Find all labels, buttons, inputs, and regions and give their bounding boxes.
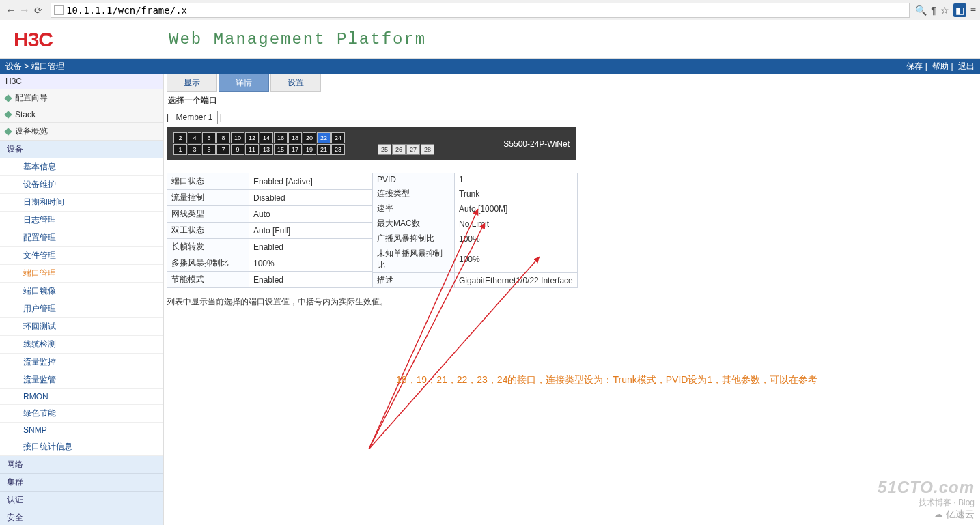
port-18[interactable]: 18 (288, 132, 302, 143)
properties: 端口状态Enabled [Active]流量控制Disabled网线类型Auto… (167, 173, 977, 288)
prop-key: 未知单播风暴抑制比 (373, 246, 455, 273)
port-5[interactable]: 5 (202, 144, 216, 155)
browser-actions: 🔍 ¶ ☆ ◧ ≡ (915, 3, 976, 17)
port-8[interactable]: 8 (216, 132, 230, 143)
sidebar-item[interactable]: 日志管理 (0, 212, 163, 229)
sidebar-item[interactable]: RMON (0, 389, 163, 405)
menu-icon[interactable]: ≡ (970, 5, 976, 16)
prop-value: 1 (455, 173, 578, 186)
prop-key: 广播风暴抑制比 (373, 231, 455, 246)
sidebar-item[interactable]: 日期和时间 (0, 194, 163, 212)
tab-settings[interactable]: 设置 (270, 74, 321, 92)
port-7[interactable]: 7 (216, 144, 230, 155)
prop-value: Trunk (455, 186, 578, 201)
forward-button[interactable]: → (18, 3, 31, 17)
prop-value: GigabitEthernet1/0/22 Interface (455, 273, 578, 288)
sidebar-cat[interactable]: 集群 (0, 474, 163, 492)
sidebar-item[interactable]: 流量监管 (0, 371, 163, 389)
prop-key: 网线类型 (167, 206, 249, 223)
sidebar-root[interactable]: H3C (0, 74, 163, 89)
port-22[interactable]: 22 (317, 132, 331, 143)
help-link[interactable]: 帮助 (932, 61, 949, 71)
port-11[interactable]: 11 (245, 144, 259, 155)
device-model: S5500-24P-WiNet (503, 139, 570, 149)
sidebar-item[interactable]: 设备维护 (0, 176, 163, 194)
sidebar-section[interactable]: 配置向导 (0, 89, 163, 107)
logo: H3C (14, 28, 53, 51)
port-23[interactable]: 23 (331, 144, 345, 155)
exit-link[interactable]: 退出 (958, 61, 975, 71)
port-17[interactable]: 17 (288, 144, 302, 155)
sidebar-item[interactable]: 绿色节能 (0, 405, 163, 423)
url-input[interactable] (66, 5, 906, 16)
prop-value: Enabled [Active] (249, 173, 372, 190)
sidebar-item[interactable]: 用户管理 (0, 300, 163, 318)
prop-value: Auto (249, 206, 372, 223)
port-9[interactable]: 9 (231, 144, 244, 155)
favorite-icon[interactable]: ☆ (940, 5, 949, 16)
sidebar-cat[interactable]: 认证 (0, 492, 163, 509)
port-14[interactable]: 14 (260, 132, 273, 143)
port-4[interactable]: 4 (188, 132, 201, 143)
prop-value: 100% (455, 231, 578, 246)
tabs: 显示 详情 设置 (167, 74, 977, 92)
port-16[interactable]: 16 (274, 132, 288, 143)
port-15[interactable]: 15 (274, 144, 288, 155)
sidebar-section[interactable]: Stack (0, 107, 163, 123)
port-26[interactable]: 26 (392, 144, 406, 155)
url-bar[interactable] (51, 3, 910, 18)
prop-key: 节能模式 (167, 272, 249, 288)
back-button[interactable]: ← (4, 3, 18, 17)
zoom-icon[interactable]: 🔍 (915, 5, 927, 16)
prop-key: 长帧转发 (167, 239, 249, 255)
extension-icon[interactable]: ◧ (953, 3, 966, 17)
sidebar-cat-device[interactable]: 设备 (0, 141, 163, 158)
key-icon[interactable]: ¶ (931, 5, 936, 16)
sidebar-item[interactable]: 线缆检测 (0, 336, 163, 354)
prop-key: 速率 (373, 201, 455, 216)
prop-key: 连接类型 (373, 186, 455, 201)
prop-value: Disabled (249, 190, 372, 206)
sidebar-cat[interactable]: 安全 (0, 509, 163, 525)
port-20[interactable]: 20 (303, 132, 316, 143)
tab-detail[interactable]: 详情 (219, 74, 269, 92)
port-21[interactable]: 21 (317, 144, 331, 155)
sidebar-section[interactable]: 设备概览 (0, 123, 163, 141)
port-24[interactable]: 24 (331, 132, 345, 143)
port-19[interactable]: 19 (303, 144, 316, 155)
sidebar-item[interactable]: 基本信息 (0, 158, 163, 176)
prop-key: PVID (373, 173, 455, 186)
sidebar-item[interactable]: SNMP (0, 423, 163, 438)
blue-actions: 保存 | 帮助 | 退出 (904, 61, 975, 72)
platform-title: Web Management Platform (169, 30, 426, 48)
diamond-icon (4, 128, 12, 135)
crumb-root[interactable]: 设备 (5, 61, 22, 71)
tab-show[interactable]: 显示 (167, 74, 217, 92)
sidebar-item[interactable]: 流量监控 (0, 354, 163, 371)
port-10[interactable]: 10 (231, 132, 244, 143)
sidebar-item[interactable]: 文件管理 (0, 247, 163, 265)
port-25[interactable]: 25 (378, 144, 391, 155)
member-tab[interactable]: Member 1 (171, 111, 217, 124)
content: 显示 详情 设置 选择一个端口 | Member 1 | 24681012141… (164, 74, 980, 525)
port-13[interactable]: 13 (260, 144, 273, 155)
note-text: 列表中显示当前选择的端口设置值，中括号内为实际生效值。 (167, 296, 977, 308)
reload-button[interactable]: ⟳ (31, 3, 45, 17)
port-28[interactable]: 28 (421, 144, 434, 155)
port-1[interactable]: 1 (173, 144, 187, 155)
save-link[interactable]: 保存 (906, 61, 923, 71)
port-2[interactable]: 2 (173, 132, 187, 143)
sidebar-cat[interactable]: 网络 (0, 456, 163, 474)
sidebar-item[interactable]: 端口管理 (0, 265, 163, 283)
sidebar-item[interactable]: 接口统计信息 (0, 438, 163, 456)
breadcrumb: 设备 > 端口管理 (5, 61, 904, 72)
sidebar: H3C 配置向导Stack设备概览 设备 基本信息设备维护日期和时间日志管理配置… (0, 74, 164, 525)
port-12[interactable]: 12 (245, 132, 259, 143)
sidebar-item[interactable]: 端口镜像 (0, 283, 163, 300)
port-3[interactable]: 3 (188, 144, 201, 155)
sidebar-item[interactable]: 环回测试 (0, 318, 163, 336)
sidebar-item[interactable]: 配置管理 (0, 229, 163, 247)
port-6[interactable]: 6 (202, 132, 216, 143)
port-27[interactable]: 27 (406, 144, 420, 155)
page-icon (54, 5, 64, 15)
